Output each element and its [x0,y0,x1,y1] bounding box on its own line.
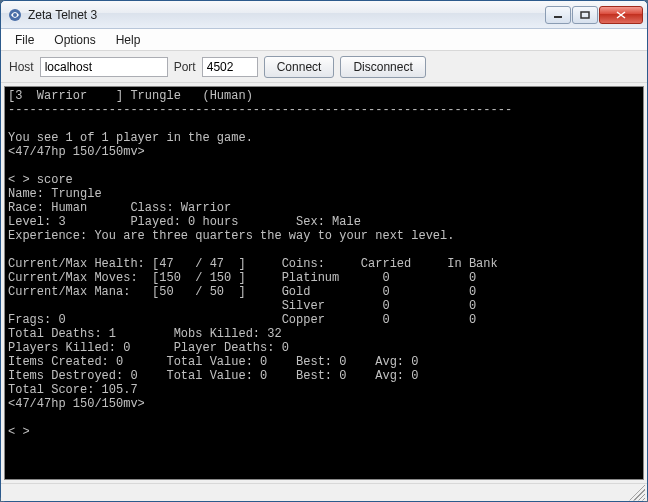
minimize-button[interactable] [545,6,571,24]
svg-rect-3 [581,12,589,18]
svg-point-1 [13,13,17,17]
app-icon [7,7,23,23]
app-window: Zeta Telnet 3 File Options Help Host Por… [0,0,648,502]
host-label: Host [9,60,34,74]
terminal-output: [3 Warrior ] Trungle (Human) -----------… [5,87,643,441]
connect-button[interactable]: Connect [264,56,335,78]
window-controls [545,6,643,24]
statusbar [1,483,647,501]
window-title: Zeta Telnet 3 [28,8,545,22]
maximize-button[interactable] [572,6,598,24]
menu-options[interactable]: Options [44,30,105,50]
host-input[interactable] [40,57,168,77]
connection-toolbar: Host Port Connect Disconnect [1,51,647,83]
disconnect-button[interactable]: Disconnect [340,56,425,78]
menubar: File Options Help [1,29,647,51]
port-label: Port [174,60,196,74]
menu-file[interactable]: File [5,30,44,50]
resize-grip-icon[interactable] [629,485,645,501]
close-button[interactable] [599,6,643,24]
titlebar[interactable]: Zeta Telnet 3 [1,1,647,29]
menu-help[interactable]: Help [106,30,151,50]
terminal-area[interactable]: [3 Warrior ] Trungle (Human) -----------… [4,86,644,480]
port-input[interactable] [202,57,258,77]
